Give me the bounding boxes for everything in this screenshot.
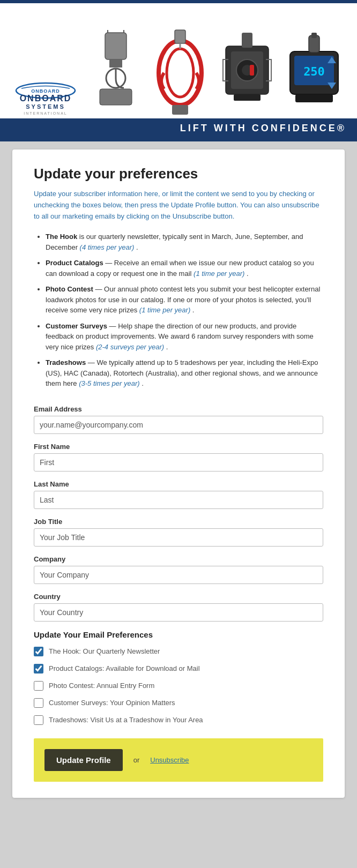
- action-area: Update Profile or Unsubscribe: [34, 738, 323, 782]
- pref-checkbox-catalogs[interactable]: [34, 664, 43, 674]
- svg-text:ONBOARD: ONBOARD: [31, 88, 60, 94]
- pref-checkbox-surveys[interactable]: [34, 698, 43, 708]
- bullet-photo-contest: Photo Contest — Our annual photo contest…: [46, 284, 323, 316]
- job-title-input[interactable]: [34, 528, 323, 547]
- email-input[interactable]: [34, 416, 323, 434]
- bullet-body-5b: .: [142, 379, 144, 387]
- last-name-label: Last Name: [34, 480, 323, 488]
- header-banner: ONBOARD ONBOARD SYSTEMS INTERNATIONAL: [0, 3, 357, 141]
- bullet-title-2: Product Catalogs: [46, 259, 103, 267]
- svg-rect-14: [172, 105, 188, 115]
- bullet-freq-3: (1 time per year): [139, 306, 190, 314]
- bullet-the-hook: The Hook is our quarterly newsletter, ty…: [46, 231, 323, 252]
- product-3-icon: [218, 30, 277, 116]
- last-name-input[interactable]: [34, 491, 323, 509]
- country-label: Country: [34, 593, 323, 601]
- svg-rect-30: [295, 94, 333, 102]
- product-images: 250: [86, 27, 346, 118]
- main-card: Update your preferences Update your subs…: [12, 149, 345, 798]
- product-4-icon: 250: [285, 30, 344, 116]
- bullet-title-1: The Hook: [46, 233, 77, 241]
- svg-rect-13: [175, 30, 185, 43]
- bullet-title-4: Customer Surveys: [46, 322, 107, 330]
- svg-point-12: [167, 49, 194, 97]
- job-title-field-group: Job Title: [34, 518, 323, 547]
- job-title-label: Job Title: [34, 518, 323, 526]
- last-name-field-group: Last Name: [34, 480, 323, 509]
- svg-rect-22: [250, 65, 254, 76]
- pref-checkbox-photo[interactable]: [34, 681, 43, 691]
- pref-label-surveys[interactable]: Customer Surveys: Your Opinion Matters: [49, 699, 175, 707]
- first-name-input[interactable]: [34, 453, 323, 472]
- company-field-group: Company: [34, 555, 323, 584]
- pref-label-tradeshows[interactable]: Tradeshows: Visit Us at a Tradeshow in Y…: [49, 716, 203, 724]
- svg-rect-29: [311, 33, 317, 38]
- first-name-field-group: First Name: [34, 443, 323, 472]
- pref-item-catalogs: Product Catalogs: Available for Download…: [34, 664, 323, 674]
- company-input[interactable]: [34, 566, 323, 584]
- bullets-list: The Hook is our quarterly newsletter, ty…: [34, 231, 323, 389]
- unsubscribe-link[interactable]: Unsubscribe: [150, 756, 189, 764]
- logo-block: ONBOARD ONBOARD SYSTEMS INTERNATIONAL: [11, 76, 86, 118]
- svg-rect-8: [100, 89, 132, 105]
- bullet-product-catalogs: Product Catalogs — Receive an email when…: [46, 258, 323, 279]
- svg-rect-21: [234, 94, 261, 101]
- product-2-icon: [151, 27, 210, 118]
- bullet-title-5: Tradeshows: [46, 358, 86, 366]
- bullet-body-2b: .: [247, 270, 249, 278]
- tagline-text: LIFT WITH CONFIDENCE®: [180, 123, 346, 133]
- bullet-title-3: Photo Contest: [46, 285, 93, 293]
- bullet-freq-2: (1 time per year): [194, 270, 244, 278]
- intro-text: Update your subscriber information here,…: [34, 189, 323, 222]
- svg-rect-5: [105, 33, 127, 59]
- svg-text:INTERNATIONAL: INTERNATIONAL: [24, 111, 68, 115]
- or-text: or: [133, 756, 140, 764]
- header-inner: ONBOARD ONBOARD SYSTEMS INTERNATIONAL: [0, 3, 357, 118]
- country-field-group: Country: [34, 593, 323, 622]
- email-prefs-section: Update Your Email Preferences The Hook: …: [34, 630, 323, 725]
- bullet-freq-5: (3-5 times per year): [79, 379, 139, 387]
- prefs-heading: Update Your Email Preferences: [34, 630, 323, 639]
- bullet-body-1b: .: [136, 243, 138, 251]
- svg-text:250: 250: [303, 65, 325, 78]
- svg-rect-20: [242, 33, 252, 48]
- bullet-body-3b: .: [192, 306, 195, 314]
- update-profile-button[interactable]: Update Profile: [44, 749, 123, 771]
- email-label: Email Address: [34, 405, 323, 413]
- bullet-freq-4: (2-4 surveys per year): [96, 343, 164, 351]
- country-input[interactable]: [34, 603, 323, 622]
- bullet-body-4b: .: [166, 343, 168, 351]
- svg-text:ONBOARD: ONBOARD: [20, 94, 72, 103]
- page-title: Update your preferences: [34, 166, 323, 182]
- bullet-customer-surveys: Customer Surveys — Help shape the direct…: [46, 321, 323, 353]
- pref-item-the-hook: The Hook: Our Quarterly Newsletter: [34, 647, 323, 656]
- company-label: Company: [34, 555, 323, 563]
- first-name-label: First Name: [34, 443, 323, 451]
- email-field-group: Email Address: [34, 405, 323, 434]
- tagline-bar: LIFT WITH CONFIDENCE®: [0, 118, 357, 138]
- pref-item-surveys: Customer Surveys: Your Opinion Matters: [34, 698, 323, 708]
- pref-item-photo: Photo Contest: Annual Entry Form: [34, 681, 323, 691]
- svg-rect-6: [109, 59, 122, 68]
- svg-text:SYSTEMS: SYSTEMS: [26, 103, 65, 110]
- pref-item-tradeshows: Tradeshows: Visit Us at a Tradeshow in Y…: [34, 715, 323, 725]
- bullet-tradeshows: Tradeshows — We typically attend up to 5…: [46, 357, 323, 389]
- pref-checkbox-the-hook[interactable]: [34, 647, 43, 656]
- svg-point-11: [159, 41, 202, 105]
- pref-label-the-hook[interactable]: The Hook: Our Quarterly Newsletter: [49, 647, 160, 655]
- bullet-freq-1: (4 times per year): [80, 243, 135, 251]
- logo-svg: ONBOARD ONBOARD SYSTEMS INTERNATIONAL: [11, 81, 80, 118]
- pref-label-photo[interactable]: Photo Contest: Annual Entry Form: [49, 682, 154, 690]
- pref-label-catalogs[interactable]: Product Catalogs: Available for Download…: [49, 664, 200, 672]
- product-1-icon: [89, 30, 143, 116]
- pref-checkbox-tradeshows[interactable]: [34, 715, 43, 725]
